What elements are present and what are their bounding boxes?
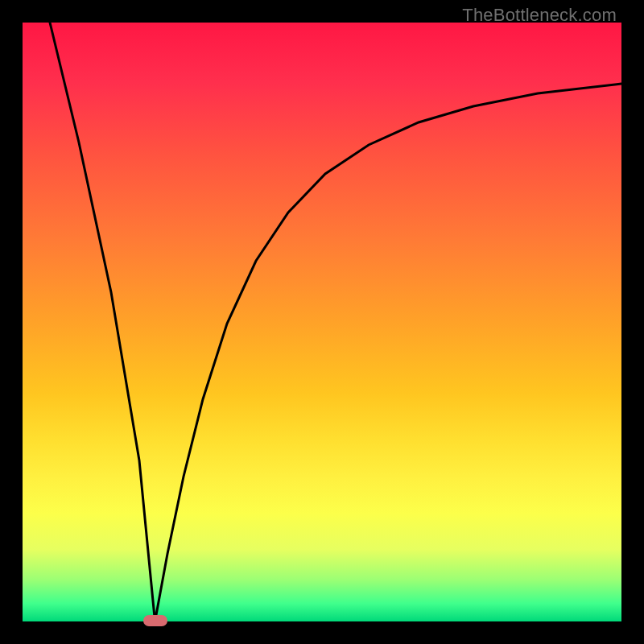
plot-area bbox=[23, 23, 621, 621]
chart-frame: TheBottleneck.com bbox=[0, 0, 644, 644]
optimum-marker bbox=[143, 615, 167, 626]
bottleneck-curve bbox=[23, 23, 621, 621]
curve-line bbox=[50, 23, 621, 621]
